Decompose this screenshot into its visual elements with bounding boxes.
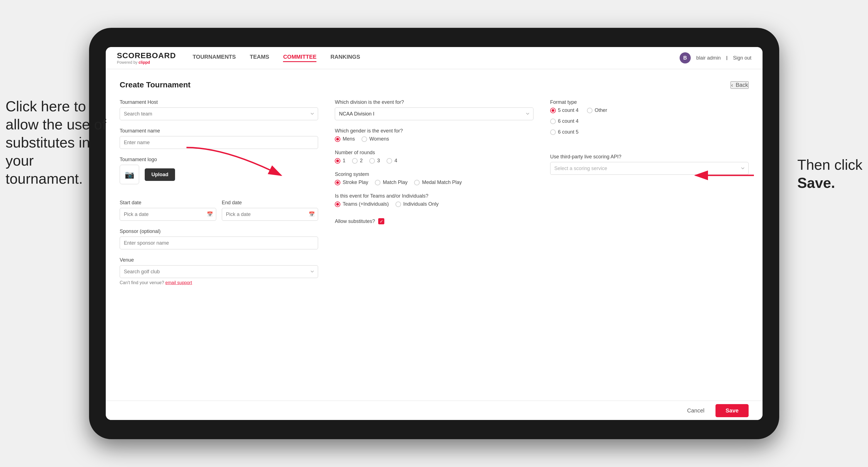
allow-subs-checkbox[interactable]: ✓ (378, 218, 384, 224)
arrow-left (170, 131, 309, 186)
cancel-button[interactable]: Cancel (682, 404, 710, 417)
rounds-4[interactable]: 4 (386, 158, 397, 164)
venue-label: Venue (120, 257, 318, 263)
tablet-screen: SCOREBOARD Powered by clippd TOURNAMENTS… (106, 47, 763, 420)
format-6count5[interactable]: 6 count 5 (550, 129, 749, 135)
page-header: Create Tournament ‹ Back (120, 81, 749, 89)
footer-bar: Cancel Save (106, 401, 763, 420)
page-title: Create Tournament (120, 81, 191, 89)
scoring-match[interactable]: Match Play (375, 180, 407, 185)
logo-powered: Powered by clippd (117, 60, 176, 65)
back-button[interactable]: ‹ Back (731, 81, 749, 89)
nav-link-committee[interactable]: COMMITTEE (283, 54, 316, 62)
scoring-medal-label: Medal Match Play (422, 180, 462, 185)
rounds-2-radio[interactable] (352, 158, 358, 164)
gender-radio-group: Mens Womens (335, 136, 533, 142)
rounds-4-label: 4 (394, 158, 397, 164)
nav-link-teams[interactable]: TEAMS (250, 54, 269, 62)
division-select[interactable]: NCAA Division I (335, 107, 533, 120)
format-options: 5 count 4 Other 6 count 4 (550, 107, 749, 135)
teams-plus-radio[interactable] (335, 201, 340, 207)
format-6count5-label: 6 count 5 (558, 129, 579, 135)
tablet-frame: SCOREBOARD Powered by clippd TOURNAMENTS… (89, 28, 779, 439)
teams-radio-group: Teams (+Individuals) Individuals Only (335, 201, 533, 207)
rounds-group: Number of rounds 1 2 (335, 150, 533, 164)
format-row-1: 5 count 4 Other (550, 107, 749, 113)
format-5count4[interactable]: 5 count 4 (550, 107, 579, 113)
scoring-stroke[interactable]: Stroke Play (335, 180, 368, 185)
navbar: SCOREBOARD Powered by clippd TOURNAMENTS… (106, 47, 763, 69)
scoring-stroke-radio[interactable] (335, 180, 340, 185)
tournament-host-label: Tournament Host (120, 99, 318, 105)
venue-help: Can't find your venue? email support (120, 280, 318, 285)
rounds-2[interactable]: 2 (352, 158, 363, 164)
scoring-medal-radio[interactable] (414, 180, 420, 185)
scoring-match-radio[interactable] (375, 180, 380, 185)
gender-womens-radio[interactable] (362, 136, 367, 142)
rounds-1-radio[interactable] (335, 158, 340, 164)
format-6count5-radio[interactable] (550, 129, 556, 135)
gender-group: Which gender is the event for? Mens Wome… (335, 128, 533, 142)
format-6count4-label: 6 count 4 (558, 118, 579, 124)
rounds-1[interactable]: 1 (335, 158, 345, 164)
rounds-2-label: 2 (360, 158, 363, 164)
save-button[interactable]: Save (715, 404, 749, 417)
rounds-3[interactable]: 3 (369, 158, 380, 164)
division-label: Which division is the event for? (335, 99, 533, 105)
format-5count4-label: 5 count 4 (558, 107, 579, 113)
tournament-host-input[interactable] (120, 107, 318, 120)
individuals-only-label: Individuals Only (403, 201, 439, 207)
start-date-input[interactable] (120, 208, 216, 221)
gender-mens[interactable]: Mens (335, 136, 355, 142)
rounds-3-radio[interactable] (369, 158, 375, 164)
rounds-4-radio[interactable] (386, 158, 392, 164)
scoring-system-radio-group: Stroke Play Match Play Medal Match Play (335, 180, 533, 185)
form-col-1: Tournament Host Tournament name Tourname… (120, 99, 318, 293)
arrow-right (687, 164, 765, 186)
individuals-only[interactable]: Individuals Only (396, 201, 439, 207)
nav-link-rankings[interactable]: RANKINGS (330, 54, 360, 62)
allow-subs-label: Allow substitutes? (335, 218, 375, 224)
nav-link-tournaments[interactable]: TOURNAMENTS (193, 54, 236, 62)
format-label: Format type (550, 99, 749, 105)
teams-group: Is this event for Teams and/or Individua… (335, 193, 533, 207)
format-5count4-radio[interactable] (550, 108, 556, 113)
teams-plus-label: Teams (+Individuals) (343, 201, 389, 207)
scoring-stroke-label: Stroke Play (343, 180, 368, 185)
format-6count4[interactable]: 6 count 4 (550, 118, 749, 124)
scoring-system-label: Scoring system (335, 172, 533, 177)
form-grid: Tournament Host Tournament name Tourname… (120, 99, 749, 293)
gender-label: Which gender is the event for? (335, 128, 533, 134)
end-date-label: End date (222, 200, 318, 206)
nav-separator: | (726, 55, 727, 60)
venue-group: Venue Can't find your venue? email suppo… (120, 257, 318, 285)
format-other-radio[interactable] (587, 108, 592, 113)
rounds-radio-group: 1 2 3 4 (335, 158, 533, 164)
allow-subs-row: Allow substitutes? ✓ (335, 218, 533, 224)
main-content: Create Tournament ‹ Back Tournament Host… (106, 69, 763, 401)
nav-right: B blair admin | Sign out (680, 52, 751, 63)
format-6count4-radio[interactable] (550, 119, 556, 124)
start-date-wrap: 📅 (120, 208, 216, 221)
teams-label: Is this event for Teams and/or Individua… (335, 193, 533, 199)
sponsor-input[interactable] (120, 237, 318, 249)
logo-placeholder-icon: 📷 (120, 165, 139, 184)
scoring-medal-match[interactable]: Medal Match Play (414, 180, 462, 185)
sponsor-group: Sponsor (optional) (120, 228, 318, 249)
gender-womens[interactable]: Womens (362, 136, 389, 142)
tournament-host-group: Tournament Host (120, 99, 318, 120)
nav-signout[interactable]: Sign out (733, 55, 751, 61)
teams-plus-individuals[interactable]: Teams (+Individuals) (335, 201, 389, 207)
format-other-label: Other (595, 107, 607, 113)
rounds-label: Number of rounds (335, 150, 533, 156)
nav-username: blair admin (696, 55, 721, 61)
venue-input[interactable] (120, 265, 318, 278)
individuals-only-radio[interactable] (396, 201, 401, 207)
division-group: Which division is the event for? NCAA Di… (335, 99, 533, 120)
end-date-input[interactable] (222, 208, 318, 221)
rounds-1-label: 1 (343, 158, 345, 164)
format-other[interactable]: Other (587, 107, 607, 113)
venue-email-link[interactable]: email support (165, 280, 192, 285)
gender-mens-radio[interactable] (335, 136, 340, 142)
logo-scoreboard: SCOREBOARD (117, 51, 176, 60)
